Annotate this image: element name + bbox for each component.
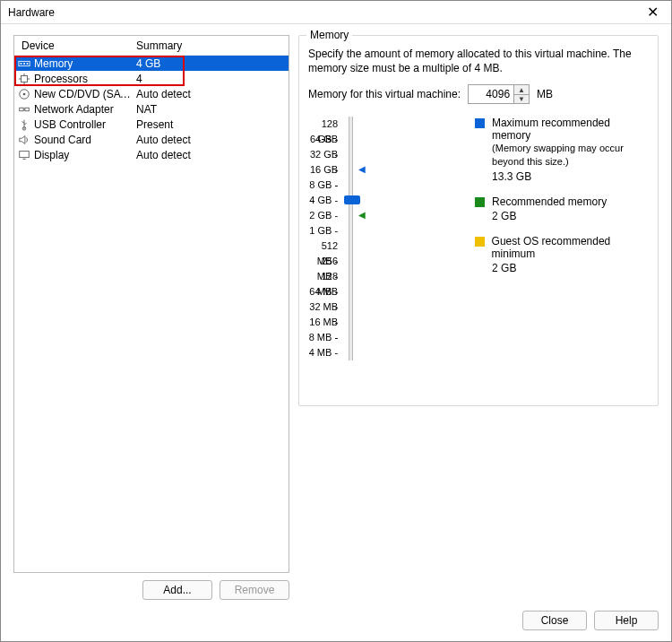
memory-description: Specify the amount of memory allocated t… xyxy=(308,47,649,75)
svg-rect-2 xyxy=(23,63,25,65)
legend-min: Guest OS recommended minimum 2 GB xyxy=(475,235,649,274)
svg-point-10 xyxy=(23,92,26,95)
svg-rect-17 xyxy=(20,151,30,157)
tick-7: 1 GB - xyxy=(308,223,340,239)
device-list: Device Summary Memory4 GBProcessors4New … xyxy=(13,35,289,573)
device-rows: Memory4 GBProcessors4New CD/DVD (SATA)Au… xyxy=(14,56,289,162)
device-row-processors[interactable]: Processors4 xyxy=(14,71,289,86)
slider-area: 128 GB -64 GB -32 GB -16 GB -8 GB -4 GB … xyxy=(308,117,649,360)
device-summary: Auto detect xyxy=(133,134,289,146)
legend-max-label: Maximum recommended memory xyxy=(492,117,649,142)
spinner-down-icon[interactable]: ▼ xyxy=(514,95,529,104)
svg-rect-4 xyxy=(22,75,28,82)
device-name: USB Controller xyxy=(34,118,133,131)
legend-rec-value: 2 GB xyxy=(492,210,649,222)
legend-rec: Recommended memory 2 GB xyxy=(475,195,649,222)
legend-max-sub: (Memory swapping may occur beyond this s… xyxy=(492,142,649,169)
slider-bar[interactable]: ◀◀ xyxy=(349,117,353,360)
right-pane: Memory Specify the amount of memory allo… xyxy=(298,35,659,600)
memory-input[interactable] xyxy=(469,85,513,103)
legend-max-value: 13.3 GB xyxy=(492,170,649,183)
device-row-display[interactable]: DisplayAuto detect xyxy=(14,147,289,162)
remove-button: Remove xyxy=(220,580,289,600)
device-name: Sound Card xyxy=(34,134,133,146)
tick-2: 32 GB - xyxy=(308,147,340,162)
header-summary[interactable]: Summary xyxy=(133,39,289,52)
svg-rect-11 xyxy=(20,108,23,111)
device-summary: 4 GB xyxy=(133,57,289,70)
window-title: Hardware xyxy=(8,6,642,19)
svg-rect-12 xyxy=(25,108,29,111)
tick-4: 8 GB - xyxy=(308,178,340,193)
disc-icon xyxy=(14,88,34,100)
tick-9: 256 MB - xyxy=(308,254,340,269)
device-summary: Auto detect xyxy=(133,88,289,100)
device-row-memory[interactable]: Memory4 GB xyxy=(14,56,289,71)
device-row-sound-card[interactable]: Sound CardAuto detect xyxy=(14,132,289,147)
device-name: Display xyxy=(34,149,133,161)
memory-input-row: Memory for this virtual machine: ▲ ▼ MB xyxy=(308,84,649,104)
header-device[interactable]: Device xyxy=(14,39,133,52)
legend-min-value: 2 GB xyxy=(492,262,649,274)
tick-10: 128 MB - xyxy=(308,269,340,284)
memory-unit: MB xyxy=(537,88,553,100)
marker-max-icon: ◀ xyxy=(358,164,366,174)
tick-1: 64 GB - xyxy=(308,132,340,147)
tick-14: 8 MB - xyxy=(308,330,340,345)
memory-group: Memory Specify the amount of memory allo… xyxy=(298,35,659,406)
tick-6: 2 GB - xyxy=(308,208,340,223)
device-name: Network Adapter xyxy=(34,103,133,116)
footer: Close Help xyxy=(1,605,671,641)
device-summary: 4 xyxy=(133,73,289,85)
slider-ticks: 128 GB -64 GB -32 GB -16 GB -8 GB -4 GB … xyxy=(308,117,340,360)
sound-icon xyxy=(14,134,34,146)
swatch-rec xyxy=(475,197,485,207)
swatch-max xyxy=(475,118,485,128)
device-list-header: Device Summary xyxy=(14,36,289,56)
cpu-icon xyxy=(14,73,34,85)
add-button[interactable]: Add... xyxy=(142,580,212,600)
slider-thumb[interactable] xyxy=(344,195,360,204)
tick-15: 4 MB - xyxy=(308,345,340,360)
hardware-window: Hardware ✕ Device Summary Memory4 GBProc… xyxy=(0,0,672,642)
tick-3: 16 GB - xyxy=(308,162,340,178)
display-icon xyxy=(14,149,34,161)
legend-max: Maximum recommended memory (Memory swapp… xyxy=(475,117,649,183)
memory-input-label: Memory for this virtual machine: xyxy=(308,88,461,100)
device-name: New CD/DVD (SATA) xyxy=(34,88,133,100)
left-pane: Device Summary Memory4 GBProcessors4New … xyxy=(13,35,289,600)
svg-rect-1 xyxy=(21,63,22,65)
spinner-buttons: ▲ ▼ xyxy=(513,85,529,103)
legend: Maximum recommended memory (Memory swapp… xyxy=(475,117,649,360)
device-row-new-cd-dvd-sata-[interactable]: New CD/DVD (SATA)Auto detect xyxy=(14,86,289,101)
body: Device Summary Memory4 GBProcessors4New … xyxy=(1,24,671,605)
legend-rec-label: Recommended memory xyxy=(492,195,607,208)
left-buttons: Add... Remove xyxy=(13,580,289,600)
memory-icon xyxy=(14,57,34,70)
legend-min-label: Guest OS recommended minimum xyxy=(492,235,649,260)
tick-0: 128 GB - xyxy=(308,117,340,132)
svg-marker-16 xyxy=(20,135,25,143)
marker-rec-icon: ◀ xyxy=(358,210,366,220)
memory-spinner[interactable]: ▲ ▼ xyxy=(468,84,530,104)
close-icon[interactable]: ✕ xyxy=(642,4,664,21)
usb-icon xyxy=(14,118,34,131)
device-name: Memory xyxy=(34,57,133,70)
device-row-network-adapter[interactable]: Network AdapterNAT xyxy=(14,101,289,117)
titlebar: Hardware ✕ xyxy=(1,1,671,24)
tick-11: 64 MB - xyxy=(308,284,340,299)
help-button[interactable]: Help xyxy=(594,611,659,630)
spinner-up-icon[interactable]: ▲ xyxy=(514,85,529,95)
device-row-usb-controller[interactable]: USB ControllerPresent xyxy=(14,117,289,132)
close-button[interactable]: Close xyxy=(522,611,587,630)
tick-8: 512 MB - xyxy=(308,239,340,254)
device-summary: Present xyxy=(133,118,289,131)
tick-13: 16 MB - xyxy=(308,315,340,330)
svg-rect-3 xyxy=(27,63,29,65)
network-icon xyxy=(14,103,34,116)
tick-12: 32 MB - xyxy=(308,299,340,315)
device-name: Processors xyxy=(34,73,133,85)
tick-5: 4 GB - xyxy=(308,193,340,208)
device-summary: NAT xyxy=(133,103,289,116)
group-label: Memory xyxy=(306,29,352,41)
